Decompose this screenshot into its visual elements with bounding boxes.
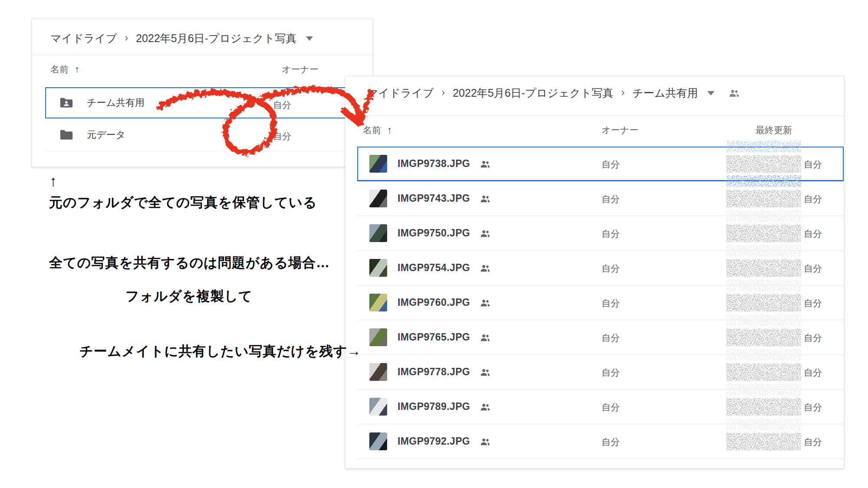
people-icon [480,297,491,308]
people-icon [480,262,491,274]
column-header-last-modified-label: 最終更新 [756,124,792,136]
owner-value: 自分 [602,158,620,170]
photo-thumbnail [369,259,387,277]
people-icon [480,401,491,413]
people-icon [480,193,491,204]
breadcrumb: マイドライブ › 2022年5月6日-プロジェクト写真 [50,31,313,46]
annotation-line3: フォルダを複製して [125,287,253,305]
file-name: IMGP9765.JPG [398,331,470,343]
file-list: IMGP9738.JPG 自分 自分 IMGP9743.JPG [345,147,844,459]
redaction-scribble [727,259,801,277]
file-name: IMGP9760.JPG [398,297,470,308]
file-name: IMGP9750.JPG [398,227,470,239]
sort-ascending-icon: ↑ [75,64,79,75]
redaction-scribble [727,398,801,416]
photo-thumbnail [369,155,387,173]
modified-by-value: 自分 [804,228,822,240]
photo-thumbnail [369,224,387,242]
file-name: IMGP9738.JPG [398,158,470,170]
photo-thumbnail [369,190,387,207]
breadcrumb-current-folder[interactable]: チーム共有用 [632,86,698,100]
modified-by-value: 自分 [804,193,822,205]
people-icon [480,228,491,239]
file-name: IMGP9778.JPG [398,366,470,378]
redaction-scribble [727,155,801,173]
modified-by-value: 自分 [804,367,822,379]
modified-by-value: 自分 [804,436,822,448]
owner-value: 自分 [602,297,620,309]
modified-by-value: 自分 [804,332,822,344]
modified-by-value: 自分 [804,262,822,275]
redaction-scribble-light [727,384,801,395]
chevron-right-icon: › [621,87,625,98]
last-modified-cell: 自分 [727,424,844,459]
column-header-name-label: 名前 [50,63,69,75]
modified-by-value: 自分 [804,297,822,309]
sort-ascending-icon: ↑ [387,124,392,136]
breadcrumb-my-drive[interactable]: マイドライブ [50,31,117,46]
redaction-scribble-light [727,176,801,187]
redaction-scribble [727,433,801,450]
column-header-owner[interactable]: オーナー [602,124,638,136]
file-name: IMGP9743.JPG [398,193,470,204]
file-name: IMGP9754.JPG [398,262,470,274]
owner-value: 自分 [602,436,620,448]
people-icon [480,158,491,170]
owner-value: 自分 [602,332,620,344]
column-header-owner-label: オーナー [282,63,319,75]
column-header-name-label: 名前 [363,124,381,136]
shared-folder-icon [59,95,74,110]
chevron-down-icon[interactable] [306,36,313,41]
photo-thumbnail [369,398,387,416]
folder-shared-people-icon[interactable] [728,87,740,99]
breadcrumb: マイドライブ › 2022年5月6日-プロジェクト写真 › チーム共有用 [367,86,740,100]
annotation-line2: 全ての写真を共有するのは問題がある場合… [49,254,330,272]
drive-window-parent-folder: マイドライブ › 2022年5月6日-プロジェクト写真 名前 ↑ オーナー チー… [32,19,373,167]
redaction-scribble [727,329,801,346]
chevron-right-icon: › [442,87,445,98]
column-header-owner-label: オーナー [602,124,638,136]
photo-thumbnail [369,363,387,381]
header-divider [345,115,844,116]
redaction-scribble-light [727,349,801,360]
chevron-down-icon[interactable] [707,91,714,95]
redaction-scribble [727,294,801,311]
column-header-last-modified[interactable]: 最終更新 [756,124,792,136]
folder-row-original-data[interactable]: 元データ 自分 [45,118,372,151]
file-name: IMGP9789.JPG [398,401,470,413]
modified-by-value: 自分 [804,401,822,413]
redaction-scribble [727,364,801,381]
folder-row-team-share[interactable]: チーム共有用 自分 [45,87,372,118]
people-icon [480,436,491,447]
redaction-scribble-light [727,419,801,430]
chevron-right-icon: › [125,32,128,44]
owner-value: 自分 [602,228,620,240]
breadcrumb-parent-folder[interactable]: 2022年5月6日-プロジェクト写真 [453,86,613,100]
folder-name: 元データ [87,128,125,141]
photo-thumbnail [369,432,387,450]
modified-by-value: 自分 [804,158,822,170]
breadcrumb-my-drive[interactable]: マイドライブ [367,86,434,100]
redaction-scribble [727,225,801,242]
people-icon [480,367,491,378]
owner-value: 自分 [273,130,291,142]
redaction-scribble-light [727,314,801,326]
drive-window-team-share-folder: マイドライブ › 2022年5月6日-プロジェクト写真 › チーム共有用 名前 … [345,76,844,468]
annotation-line4: チームメイトに共有したい写真だけを残す→ [79,342,361,360]
file-row[interactable]: IMGP9792.JPG 自分 自分 [357,424,844,459]
column-header-name[interactable]: 名前 ↑ [363,124,392,136]
breadcrumb-current-folder[interactable]: 2022年5月6日-プロジェクト写真 [136,31,296,46]
owner-value: 自分 [602,193,620,205]
owner-value: 自分 [602,367,620,379]
owner-value: 自分 [602,401,620,413]
redaction-scribble-light [727,141,801,152]
redaction-scribble-light [727,210,801,222]
column-header-name[interactable]: 名前 ↑ [50,63,79,75]
column-header-owner[interactable]: オーナー [282,63,319,75]
annotation-line1: 元のフォルダで全ての写真を保管している [49,193,317,212]
owner-value: 自分 [602,262,620,275]
folder-icon [59,128,74,142]
people-icon [480,332,491,343]
photo-thumbnail [369,294,387,311]
photo-thumbnail [369,328,387,346]
